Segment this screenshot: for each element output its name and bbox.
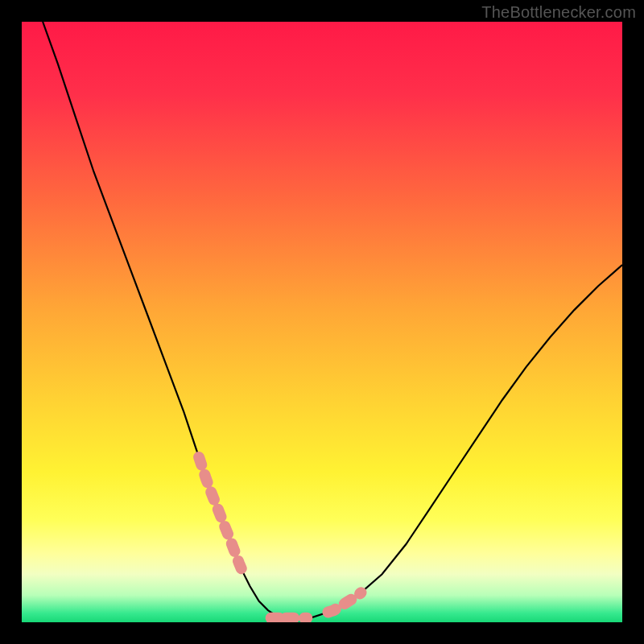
plot-area bbox=[22, 22, 622, 622]
bottleneck-curve bbox=[22, 22, 622, 622]
chart-frame: TheBottlenecker.com bbox=[0, 0, 644, 644]
watermark-text: TheBottlenecker.com bbox=[481, 3, 636, 22]
